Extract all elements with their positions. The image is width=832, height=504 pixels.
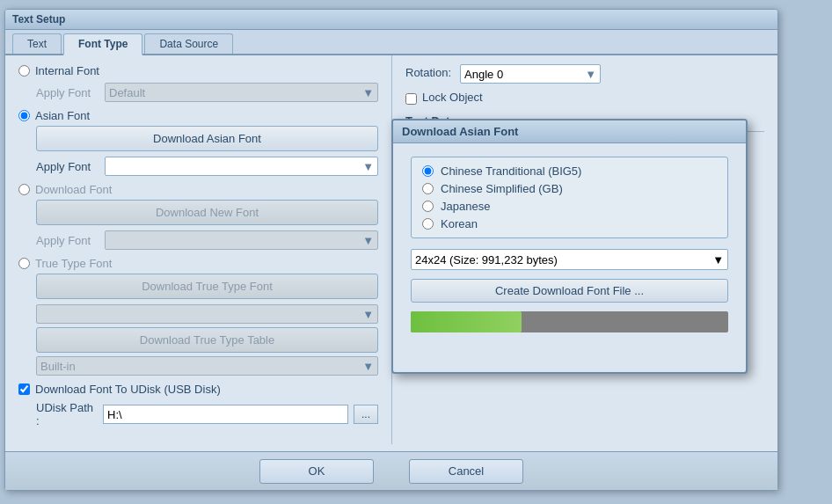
internal-apply-value: Default	[109, 86, 145, 99]
daf-font-row-2: Japanese	[422, 200, 717, 213]
rotation-combo-arrow: ▼	[585, 68, 596, 81]
internal-apply-combo[interactable]: Default ▼	[105, 83, 378, 102]
internal-font-label: Internal Font	[35, 64, 99, 77]
progress-bar-container	[411, 311, 728, 332]
daf-titlebar: Download Asian Font	[393, 121, 746, 143]
daf-size-arrow: ▼	[712, 253, 724, 267]
truetype-combo-arrow: ▼	[362, 308, 374, 321]
download-font-row: Download Font	[18, 183, 378, 196]
udisk-browse-btn[interactable]: ...	[354, 405, 378, 424]
download-font-label: Download Font	[35, 183, 112, 196]
daf-korean-radio[interactable]	[422, 218, 434, 230]
download-asian-font-dialog: Download Asian Font Chinese Tranditional…	[391, 119, 748, 374]
daf-japanese-radio[interactable]	[422, 201, 434, 212]
builtin-select-row: Built-in ▼	[36, 356, 378, 376]
daf-content: Chinese Tranditional (BIG5) Chinese Simp…	[393, 143, 746, 346]
download-new-font-btn[interactable]: Download New Font	[36, 200, 378, 225]
udisk-checkbox-row: Download Font To UDisk (USB Disk)	[18, 383, 378, 396]
udisk-checkbox[interactable]	[18, 383, 30, 395]
tab-text[interactable]: Text	[12, 33, 62, 54]
download-truetype-table-btn[interactable]: Download True Type Table	[36, 327, 378, 353]
download-truetype-btn[interactable]: Download True Type Font	[36, 274, 378, 299]
daf-title: Download Asian Font	[402, 125, 518, 138]
internal-apply-row: Apply Font Default ▼	[36, 83, 378, 102]
daf-chinese-trad-radio[interactable]	[422, 165, 434, 177]
rotation-label: Rotation:	[405, 66, 451, 79]
tab-font-type[interactable]: Font Type	[63, 33, 142, 55]
daf-japanese-label: Japanese	[441, 200, 490, 213]
builtin-value: Built-in	[40, 360, 76, 373]
rotation-row: Rotation: Angle 0 ▼	[405, 64, 764, 84]
daf-create-btn[interactable]: Create Download Font File ...	[411, 279, 728, 303]
download-apply-combo[interactable]: ▼	[105, 230, 378, 250]
asian-font-label: Asian Font	[35, 109, 90, 122]
daf-size-value: 24x24 (Size: 991,232 bytes)	[415, 253, 558, 267]
truetype-font-row: True Type Font	[18, 257, 378, 270]
builtin-combo-arrow: ▼	[362, 360, 374, 373]
download-font-radio[interactable]	[18, 184, 30, 195]
progress-bar-fill	[411, 311, 522, 332]
daf-chinese-simp-label: Chinese Simplified (GB)	[441, 182, 563, 195]
internal-combo-arrow: ▼	[362, 86, 374, 99]
udisk-path-row: UDisk Path : ...	[36, 401, 378, 427]
daf-chinese-trad-label: Chinese Tranditional (BIG5)	[441, 164, 581, 178]
download-combo-arrow: ▼	[362, 234, 374, 247]
daf-font-radio-group: Chinese Tranditional (BIG5) Chinese Simp…	[411, 157, 728, 238]
lock-object-label: Lock Object	[422, 91, 483, 104]
truetype-select-row: ▼	[36, 304, 378, 324]
builtin-combo[interactable]: Built-in ▼	[36, 356, 378, 376]
download-asian-font-btn[interactable]: Download Asian Font	[36, 126, 378, 151]
internal-font-radio[interactable]	[18, 65, 30, 77]
bottom-bar: OK Cancel	[5, 451, 777, 490]
asian-font-radio[interactable]	[18, 110, 30, 121]
daf-size-row: 24x24 (Size: 991,232 bytes) ▼	[411, 249, 728, 270]
download-apply-row: Apply Font ▼	[36, 230, 378, 250]
rotation-value: Angle 0	[464, 68, 503, 81]
udisk-path-label: UDisk Path :	[36, 401, 98, 427]
daf-font-row-1: Chinese Simplified (GB)	[422, 182, 717, 195]
lock-object-checkbox[interactable]	[405, 93, 417, 105]
tab-bar: Text Font Type Data Source	[5, 30, 777, 55]
daf-font-row-0: Chinese Tranditional (BIG5)	[422, 164, 717, 178]
download-apply-label: Apply Font	[36, 234, 98, 247]
rotation-combo[interactable]: Angle 0 ▼	[460, 64, 601, 84]
udisk-path-input[interactable]	[103, 405, 348, 424]
left-panel: Internal Font Apply Font Default ▼ Asian…	[5, 55, 392, 444]
dialog-title: Text Setup	[12, 13, 65, 26]
truetype-font-radio[interactable]	[18, 258, 30, 269]
truetype-combo[interactable]: ▼	[36, 304, 378, 324]
asian-combo-arrow: ▼	[362, 160, 374, 173]
lock-object-row: Lock Object	[405, 91, 764, 107]
tab-data-source[interactable]: Data Source	[144, 33, 233, 54]
daf-chinese-simp-radio[interactable]	[422, 183, 434, 194]
asian-apply-row: Apply Font ▼	[36, 157, 378, 176]
daf-size-combo[interactable]: 24x24 (Size: 991,232 bytes) ▼	[411, 249, 728, 270]
udisk-checkbox-label: Download Font To UDisk (USB Disk)	[35, 383, 221, 396]
asian-apply-label: Apply Font	[36, 160, 98, 173]
cancel-button[interactable]: Cancel	[409, 459, 523, 484]
dialog-titlebar: Text Setup	[5, 10, 777, 30]
daf-font-row-3: Korean	[422, 217, 717, 230]
daf-korean-label: Korean	[441, 217, 478, 230]
internal-font-row: Internal Font	[18, 64, 378, 77]
asian-font-row: Asian Font	[18, 109, 378, 122]
ok-button[interactable]: OK	[259, 459, 374, 484]
internal-apply-label: Apply Font	[36, 86, 98, 99]
asian-apply-combo[interactable]: ▼	[105, 157, 378, 176]
truetype-font-label: True Type Font	[35, 257, 112, 270]
